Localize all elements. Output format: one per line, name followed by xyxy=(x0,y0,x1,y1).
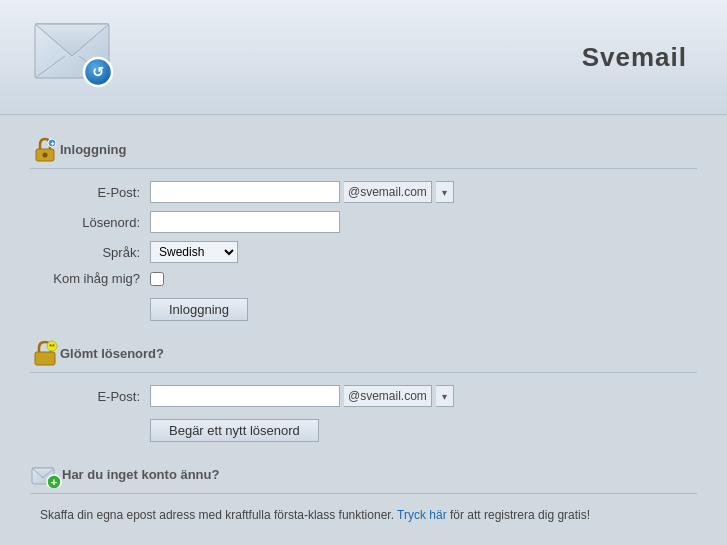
language-select[interactable]: Swedish English Finnish Norwegian Danish xyxy=(150,241,238,263)
email-control-group: @svemail.com ▾ xyxy=(150,181,454,203)
password-row: Lösenord: xyxy=(30,211,697,233)
register-section-header: + Har du inget konto ännu? xyxy=(30,460,697,494)
remember-row: Kom ihåg mig? xyxy=(30,271,697,286)
svg-rect-10 xyxy=(35,352,55,365)
forgot-email-label: E-Post: xyxy=(30,389,150,404)
forgot-button-row: Begär ett nytt lösenord xyxy=(30,415,697,442)
login-domain-dropdown[interactable]: ▾ xyxy=(436,181,454,203)
page-wrapper: ↺ Svemail xyxy=(0,0,727,545)
forgot-section: ** Glömt lösenord? E-Post: @svemail.com … xyxy=(30,339,697,442)
svg-text:↺: ↺ xyxy=(92,64,104,80)
remember-control-group xyxy=(150,272,164,286)
logo-area: ↺ xyxy=(30,10,120,91)
forgot-submit-button[interactable]: Begär ett nytt lösenord xyxy=(150,419,319,442)
login-password-input[interactable] xyxy=(150,211,340,233)
forgot-section-title: Glömt lösenord? xyxy=(60,346,164,361)
email-label: E-Post: xyxy=(30,185,150,200)
email-row: E-Post: @svemail.com ▾ xyxy=(30,181,697,203)
login-email-input[interactable] xyxy=(150,181,340,203)
forgot-email-row: E-Post: @svemail.com ▾ xyxy=(30,385,697,407)
register-info-text1: Skaffa din egna epost adress med kraftfu… xyxy=(40,508,394,522)
forgot-domain-dropdown[interactable]: ▾ xyxy=(436,385,454,407)
login-domain-label: @svemail.com xyxy=(344,181,432,203)
forgot-email-input[interactable] xyxy=(150,385,340,407)
login-section: ✦ Inloggning E-Post: @svemail.com ▾ Löse… xyxy=(30,135,697,321)
svg-point-7 xyxy=(43,153,48,158)
main-content: ✦ Inloggning E-Post: @svemail.com ▾ Löse… xyxy=(0,115,727,545)
login-section-title: Inloggning xyxy=(60,142,126,157)
svg-text:**: ** xyxy=(49,343,55,350)
forgot-section-header: ** Glömt lösenord? xyxy=(30,339,697,373)
chevron-down-icon: ▾ xyxy=(442,187,447,198)
forgot-button-group: Begär ett nytt lösenord xyxy=(150,415,319,442)
chevron-down-icon-2: ▾ xyxy=(442,391,447,402)
register-section: + Har du inget konto ännu? xyxy=(30,460,697,525)
forgot-lock-icon: ** xyxy=(30,339,60,367)
forgot-email-control-group: @svemail.com ▾ xyxy=(150,385,454,407)
login-section-header: ✦ Inloggning xyxy=(30,135,697,169)
envelope-icon: ↺ xyxy=(30,10,120,88)
language-control-group: Swedish English Finnish Norwegian Danish xyxy=(150,241,238,263)
login-lock-icon: ✦ xyxy=(30,135,60,163)
password-control-group xyxy=(150,211,340,233)
login-button[interactable]: Inloggning xyxy=(150,298,248,321)
login-button-group: Inloggning xyxy=(150,294,248,321)
language-row: Språk: Swedish English Finnish Norwegian… xyxy=(30,241,697,263)
register-icon: + xyxy=(30,460,62,488)
register-link[interactable]: Tryck här xyxy=(397,508,447,522)
password-label: Lösenord: xyxy=(30,215,150,230)
remember-checkbox[interactable] xyxy=(150,272,164,286)
login-button-row: Inloggning xyxy=(30,294,697,321)
svg-text:+: + xyxy=(51,476,57,488)
forgot-domain-label: @svemail.com xyxy=(344,385,432,407)
header: ↺ Svemail xyxy=(0,0,727,115)
register-section-title: Har du inget konto ännu? xyxy=(62,467,219,482)
site-title: Svemail xyxy=(582,42,687,73)
register-info-text2: för att registrera dig gratis! xyxy=(450,508,590,522)
svg-text:✦: ✦ xyxy=(50,141,55,147)
remember-label: Kom ihåg mig? xyxy=(30,271,150,286)
register-info: Skaffa din egna epost adress med kraftfu… xyxy=(40,506,697,525)
language-label: Språk: xyxy=(30,245,150,260)
